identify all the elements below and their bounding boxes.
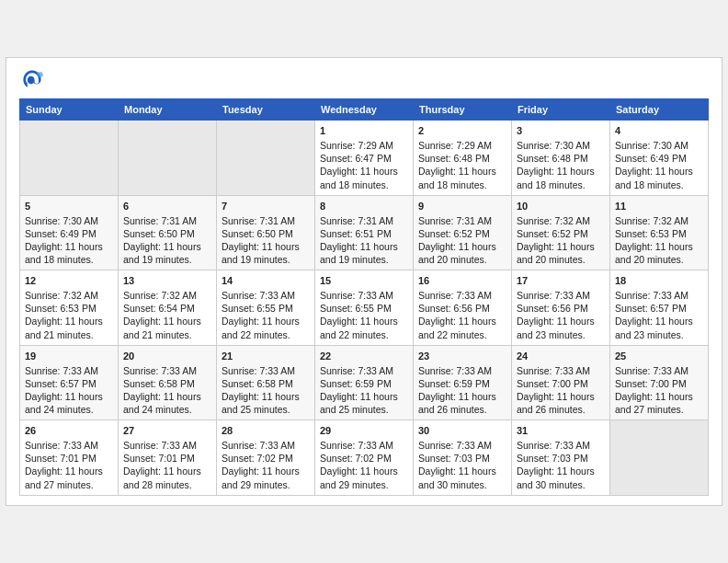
day-info: Sunset: 6:54 PM <box>123 302 211 315</box>
day-info: Sunrise: 7:33 AM <box>222 289 310 302</box>
day-info: Sunset: 6:53 PM <box>615 227 703 240</box>
logo <box>19 67 49 93</box>
calendar-cell: 15Sunrise: 7:33 AMSunset: 6:55 PMDayligh… <box>315 270 414 346</box>
day-info: Sunrise: 7:33 AM <box>25 364 113 377</box>
day-info: Sunset: 7:00 PM <box>517 377 605 390</box>
day-number: 7 <box>222 200 310 213</box>
day-info: Sunset: 6:48 PM <box>418 152 506 165</box>
day-info: Sunset: 6:50 PM <box>123 227 211 240</box>
day-number: 23 <box>418 350 506 363</box>
day-info: Sunset: 7:00 PM <box>615 377 703 390</box>
day-info: Daylight: 11 hours and 28 minutes. <box>123 465 211 490</box>
day-number: 17 <box>517 274 605 288</box>
calendar-cell: 12Sunrise: 7:32 AMSunset: 6:53 PMDayligh… <box>20 270 119 346</box>
day-info: Sunrise: 7:33 AM <box>418 364 506 377</box>
day-number: 29 <box>320 424 408 438</box>
calendar-cell: 2Sunrise: 7:29 AMSunset: 6:48 PMDaylight… <box>414 121 512 196</box>
day-info: Sunset: 7:01 PM <box>123 452 211 465</box>
day-info: Daylight: 11 hours and 18 minutes. <box>320 165 408 190</box>
day-number: 10 <box>517 200 605 213</box>
day-info: Daylight: 11 hours and 21 minutes. <box>25 315 113 340</box>
calendar-cell: 14Sunrise: 7:33 AMSunset: 6:55 PMDayligh… <box>217 270 315 346</box>
day-info: Daylight: 11 hours and 19 minutes. <box>320 240 408 266</box>
day-info: Daylight: 11 hours and 22 minutes. <box>320 315 408 340</box>
day-info: Sunset: 6:51 PM <box>320 227 408 240</box>
day-number: 3 <box>517 124 605 138</box>
day-number: 13 <box>123 274 211 288</box>
day-info: Sunset: 6:56 PM <box>517 302 605 315</box>
day-info: Daylight: 11 hours and 25 minutes. <box>320 390 408 416</box>
day-info: Daylight: 11 hours and 27 minutes. <box>25 465 113 490</box>
day-info: Daylight: 11 hours and 21 minutes. <box>123 315 211 340</box>
calendar-header <box>19 67 709 93</box>
day-info: Daylight: 11 hours and 20 minutes. <box>615 240 703 266</box>
day-number: 27 <box>123 424 211 438</box>
calendar-cell: 11Sunrise: 7:32 AMSunset: 6:53 PMDayligh… <box>610 195 709 270</box>
calendar-cell: 23Sunrise: 7:33 AMSunset: 6:59 PMDayligh… <box>414 345 512 420</box>
calendar-cell <box>119 121 217 196</box>
day-number: 5 <box>25 200 113 213</box>
day-info: Sunset: 7:02 PM <box>320 452 408 465</box>
day-info: Sunrise: 7:31 AM <box>222 214 310 227</box>
day-info: Daylight: 11 hours and 26 minutes. <box>418 390 506 416</box>
day-info: Sunrise: 7:32 AM <box>615 214 703 227</box>
day-info: Sunrise: 7:33 AM <box>418 289 506 302</box>
day-info: Daylight: 11 hours and 18 minutes. <box>25 240 113 266</box>
calendar-cell: 6Sunrise: 7:31 AMSunset: 6:50 PMDaylight… <box>119 195 217 270</box>
day-info: Sunset: 6:47 PM <box>320 152 408 165</box>
day-info: Sunset: 6:55 PM <box>222 302 310 315</box>
day-info: Sunset: 7:03 PM <box>418 452 506 465</box>
day-info: Sunset: 7:03 PM <box>517 452 605 465</box>
day-info: Sunset: 7:02 PM <box>222 452 310 465</box>
week-row-1: 1Sunrise: 7:29 AMSunset: 6:47 PMDaylight… <box>20 121 709 196</box>
day-info: Sunset: 6:55 PM <box>320 302 408 315</box>
day-info: Sunrise: 7:32 AM <box>123 289 211 302</box>
day-number: 6 <box>123 200 211 213</box>
day-number: 22 <box>320 350 408 363</box>
weekday-header-saturday: Saturday <box>610 99 709 121</box>
day-info: Sunset: 6:53 PM <box>25 302 113 315</box>
day-info: Daylight: 11 hours and 22 minutes. <box>418 315 506 340</box>
day-info: Daylight: 11 hours and 29 minutes. <box>320 465 408 490</box>
day-info: Daylight: 11 hours and 18 minutes. <box>615 165 703 190</box>
weekday-header-wednesday: Wednesday <box>315 99 414 121</box>
day-number: 21 <box>222 350 310 363</box>
day-info: Daylight: 11 hours and 30 minutes. <box>517 465 605 490</box>
day-info: Sunrise: 7:31 AM <box>320 214 408 227</box>
day-number: 28 <box>222 424 310 438</box>
day-number: 18 <box>615 274 703 288</box>
day-info: Sunrise: 7:33 AM <box>222 439 310 452</box>
day-info: Sunrise: 7:30 AM <box>517 139 605 152</box>
day-number: 24 <box>517 350 605 363</box>
day-info: Sunrise: 7:33 AM <box>615 364 703 377</box>
day-info: Daylight: 11 hours and 23 minutes. <box>615 315 703 340</box>
day-info: Sunrise: 7:33 AM <box>123 364 211 377</box>
calendar-cell: 3Sunrise: 7:30 AMSunset: 6:48 PMDaylight… <box>512 121 610 196</box>
day-info: Sunset: 6:56 PM <box>418 302 506 315</box>
day-info: Sunrise: 7:33 AM <box>517 439 605 452</box>
day-info: Sunset: 6:58 PM <box>222 377 310 390</box>
day-info: Sunset: 6:48 PM <box>517 152 605 165</box>
day-info: Sunrise: 7:33 AM <box>320 364 408 377</box>
calendar-cell: 10Sunrise: 7:32 AMSunset: 6:52 PMDayligh… <box>512 195 610 270</box>
calendar-wrapper: SundayMondayTuesdayWednesdayThursdayFrid… <box>6 57 722 506</box>
day-info: Sunset: 6:59 PM <box>320 377 408 390</box>
day-info: Sunrise: 7:31 AM <box>123 214 211 227</box>
day-info: Sunset: 6:52 PM <box>418 227 506 240</box>
day-number: 31 <box>517 424 605 438</box>
day-number: 20 <box>123 350 211 363</box>
day-info: Daylight: 11 hours and 29 minutes. <box>222 465 310 490</box>
day-info: Daylight: 11 hours and 20 minutes. <box>517 240 605 266</box>
calendar-cell: 22Sunrise: 7:33 AMSunset: 6:59 PMDayligh… <box>315 345 414 420</box>
day-info: Daylight: 11 hours and 22 minutes. <box>222 315 310 340</box>
day-info: Sunset: 6:52 PM <box>517 227 605 240</box>
day-info: Sunrise: 7:29 AM <box>418 139 506 152</box>
calendar-cell: 4Sunrise: 7:30 AMSunset: 6:49 PMDaylight… <box>610 121 709 196</box>
calendar-cell: 27Sunrise: 7:33 AMSunset: 7:01 PMDayligh… <box>119 420 217 496</box>
day-info: Sunset: 6:59 PM <box>418 377 506 390</box>
day-number: 1 <box>320 124 408 138</box>
day-number: 25 <box>615 350 703 363</box>
calendar-cell: 13Sunrise: 7:32 AMSunset: 6:54 PMDayligh… <box>119 270 217 346</box>
day-number: 12 <box>25 274 113 288</box>
weekday-header-tuesday: Tuesday <box>217 99 315 121</box>
